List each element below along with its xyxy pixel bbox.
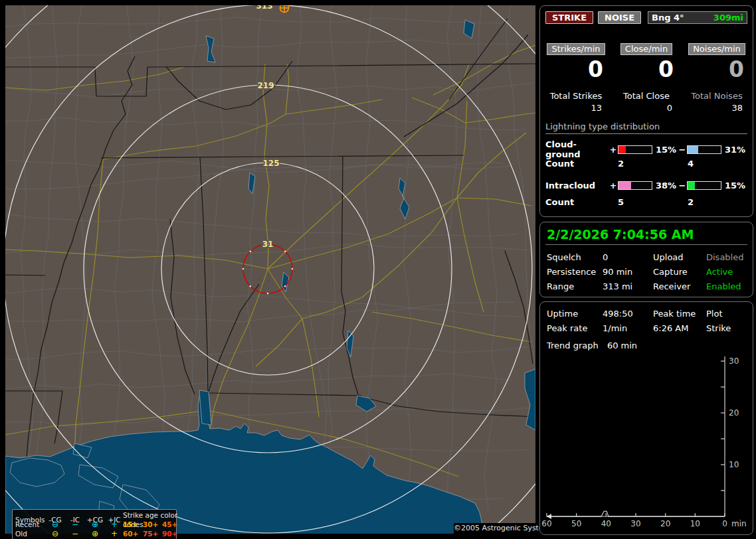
range-value: 313 mi	[603, 281, 653, 291]
bearing-display: Bng 4° 309mi	[648, 11, 747, 24]
recent-pos-ic-icon: +	[106, 520, 123, 529]
minus-sign: −	[678, 145, 687, 155]
bearing-label: Bng 4°	[652, 13, 684, 23]
distribution-header: Lightning type distribution	[545, 121, 747, 134]
map-legend: Symbols -CG -IC +CG +IC Strike age color…	[12, 509, 177, 539]
old-neg-ic-icon: −	[66, 529, 84, 538]
strikes-per-min-value: 0	[545, 58, 607, 81]
peak-time-label: Peak time	[653, 309, 706, 319]
cg-count-label: Count	[545, 159, 618, 169]
plot-label: Plot	[706, 309, 747, 319]
minus-sign: −	[678, 181, 687, 191]
cg-negative-count: 4	[688, 159, 747, 169]
recent-neg-cg-icon: ⊖	[45, 520, 66, 529]
total-strikes-label: Total Strikes	[545, 91, 607, 101]
legend-row-old: Old	[15, 529, 45, 538]
svg-text:40: 40	[601, 519, 611, 528]
svg-text:50: 50	[571, 519, 581, 528]
cg-negative-bar	[687, 145, 721, 154]
capture-value: Active	[706, 267, 747, 277]
copyright-notice: ©2005 Astrogenic Systems	[454, 523, 535, 534]
nexstorm-window: 313 219 125 31 Symbols -CG -IC +CG +IC S…	[0, 0, 756, 539]
age-90: 90+	[162, 529, 180, 538]
trend-graph-value: 60 min	[607, 341, 637, 350]
uptime-trend-panel: Uptime 498:50 Peak time Plot Peak rate 1…	[539, 301, 753, 535]
age-75: 75+	[143, 529, 162, 538]
close-per-min-button[interactable]: Close/min	[620, 43, 672, 55]
svg-text:30: 30	[630, 519, 640, 528]
strikes-per-min-button[interactable]: Strikes/min	[547, 43, 605, 55]
persistence-value: 90 min	[603, 267, 653, 277]
upload-label: Upload	[653, 252, 706, 262]
age-15: 15+	[123, 520, 143, 529]
ic-positive-bar-fill	[618, 182, 631, 189]
noises-per-min-button[interactable]: Noises/min	[688, 43, 745, 55]
cg-negative-bar-fill	[688, 146, 698, 153]
ring-label-219: 219	[257, 81, 274, 90]
close-per-min-value: 0	[616, 58, 677, 81]
cloud-ground-label: Cloud-ground	[545, 139, 609, 159]
ring-label-31: 31	[262, 240, 274, 249]
receiver-value: Enabled	[706, 281, 747, 291]
cg-positive-count: 2	[618, 159, 688, 169]
uptime-value: 498:50	[603, 309, 653, 319]
svg-text:10: 10	[690, 519, 700, 528]
plus-sign: +	[609, 145, 618, 155]
cg-positive-bar-fill	[618, 146, 626, 153]
age-60: 60+	[123, 529, 143, 538]
old-neg-cg-icon: ⊖	[45, 529, 66, 538]
total-noises-label: Total Noises	[686, 91, 747, 101]
datetime-display: 2/2/2026 7:04:56 AM	[545, 226, 747, 245]
cg-positive-bar	[618, 145, 652, 154]
svg-text:20: 20	[729, 408, 739, 418]
ic-positive-count: 5	[618, 197, 688, 207]
strike-button[interactable]: STRIKE	[545, 11, 593, 24]
svg-text:20: 20	[660, 519, 670, 528]
total-noises-value: 38	[686, 103, 747, 113]
uptime-label: Uptime	[547, 309, 603, 319]
ic-negative-count: 2	[688, 197, 747, 207]
ic-positive-pct: 38%	[652, 181, 678, 191]
recent-neg-ic-icon: −	[66, 520, 84, 529]
ring-label-125: 125	[262, 159, 279, 168]
persistence-label: Persistence	[547, 267, 603, 277]
ic-negative-bar-fill	[688, 182, 695, 189]
total-close-value: 0	[616, 103, 677, 113]
noise-button[interactable]: NOISE	[598, 11, 641, 24]
trend-graph-label: Trend graph	[547, 341, 599, 350]
ring-label-313: 313	[256, 5, 272, 11]
total-strikes-value: 13	[545, 103, 607, 113]
ic-positive-bar	[618, 181, 652, 190]
svg-text:10: 10	[729, 460, 739, 469]
age-30: 30+	[143, 520, 162, 529]
peak-rate-label: Peak rate	[547, 323, 603, 333]
map-canvas: 313 219 125 31	[5, 5, 535, 534]
range-label: Range	[547, 281, 603, 291]
svg-text:0: 0	[722, 519, 727, 528]
svg-text:30: 30	[729, 356, 739, 366]
status-panel: 2/2/2026 7:04:56 AM Squelch 0 Upload Dis…	[539, 222, 753, 297]
upload-value: Disabled	[706, 252, 747, 262]
total-close-label: Total Close	[616, 91, 677, 101]
lightning-map[interactable]: 313 219 125 31 Symbols -CG -IC +CG +IC S…	[5, 5, 535, 534]
svg-text:min: min	[731, 519, 747, 528]
strike-stats-panel: STRIKE NOISE Bng 4° 309mi Strikes/min 0 …	[539, 5, 753, 217]
cg-positive-pct: 15%	[652, 145, 678, 155]
cg-negative-pct: 31%	[721, 145, 743, 155]
squelch-value: 0	[603, 252, 653, 262]
old-pos-cg-icon: ⊕	[84, 529, 106, 538]
ic-count-label: Count	[545, 197, 618, 207]
plot-value: Strike	[706, 323, 747, 333]
noises-per-min-value: 0	[686, 58, 747, 81]
legend-row-recent: Recent	[15, 520, 45, 529]
ic-negative-pct: 15%	[721, 181, 743, 191]
plus-sign: +	[609, 181, 618, 191]
peak-time-value: 6:26 AM	[653, 323, 706, 333]
squelch-label: Squelch	[547, 252, 603, 262]
peak-rate-value: 1/min	[603, 323, 653, 333]
receiver-label: Receiver	[653, 281, 706, 291]
intracloud-label: Intracloud	[545, 181, 609, 191]
recent-pos-cg-icon: ⊕	[84, 520, 106, 529]
age-45: 45+	[162, 520, 180, 529]
trend-graph: 1020306050403020100min	[540, 302, 754, 536]
